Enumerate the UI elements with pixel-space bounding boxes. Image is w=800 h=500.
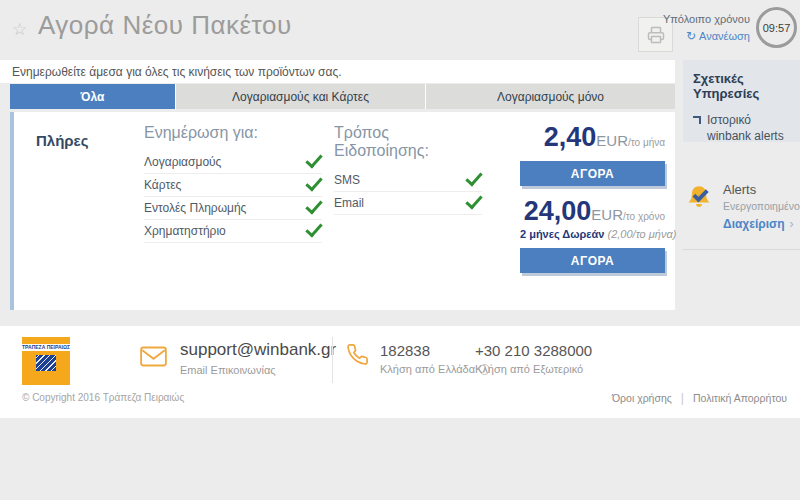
piraeus-bank-logo: ΤΡΑΠΕΖΑ ΠΕΙΡΑΙΩΣ	[22, 337, 70, 385]
monthly-period: /το μήνα	[628, 137, 665, 148]
printer-icon	[647, 26, 665, 44]
copyright-text: © Copyright 2016 Τράπεζα Πειραιώς	[22, 392, 184, 403]
updates-heading: Ενημέρωση για:	[144, 124, 322, 142]
terms-of-use-link[interactable]: Όροι χρήσης	[612, 392, 672, 404]
bank-logo-text: ΤΡΑΠΕΖΑ ΠΕΙΡΑΙΩΣ	[20, 344, 72, 351]
monthly-price: 2,40EUR/το μήνα	[520, 122, 665, 153]
manage-label: Διαχείριση	[723, 217, 785, 231]
buy-yearly-button[interactable]: ΑΓΟΡΑ	[520, 248, 665, 273]
email-address: support@winbank.gr	[180, 340, 336, 360]
promo-monthly-equivalent: (2,00/το μήνα)	[608, 228, 677, 240]
monthly-currency: EUR	[596, 132, 628, 149]
yearly-promo: 2 μήνες Δωρεάν (2,00/το μήνα)	[520, 228, 665, 240]
promo-free-months: 2 μήνες Δωρεάν	[520, 228, 604, 240]
yearly-period: /το χρόνο	[623, 211, 665, 222]
link-corner-icon	[693, 116, 701, 124]
check-icon	[465, 169, 482, 187]
notification-column: Τρόπος Ειδοποίησης: SMS Email	[334, 124, 482, 215]
winbank-package-purchase-page: ☆ Αγορά Νέου Πακέτου Υπόλοιπο χρόνου ↻Αν…	[0, 0, 800, 500]
session-info: Υπόλοιπο χρόνου ↻Ανανέωση	[663, 13, 750, 43]
alerts-text: Alerts Ενεργοποιημένο Διαχείριση›	[723, 182, 800, 231]
tab-all[interactable]: Όλα	[10, 84, 175, 109]
related-services-box: Σχετικές Υπηρεσίες Ιστορικό winbank aler…	[683, 60, 800, 142]
pricing-column: 2,40EUR/το μήνα ΑΓΟΡΑ 24,00EUR/το χρόνο …	[520, 122, 665, 277]
contact-phone-international: +30 210 3288000 Κλήση από Εξωτερικό	[475, 342, 592, 375]
related-item-label: Ιστορικό winbank alerts	[707, 113, 790, 144]
update-item-accounts: Λογαριασμούς	[144, 151, 322, 174]
phone-number-greece: 182838	[380, 342, 490, 359]
phone-icon	[346, 343, 369, 366]
package-filter-tabs: Όλα Λογαριασμούς και Κάρτες Λογαριασμούς…	[10, 84, 675, 109]
notification-item-label: Email	[334, 196, 364, 210]
footer: ΤΡΑΠΕΖΑ ΠΕΙΡΑΙΩΣ support@winbank.gr Emai…	[0, 326, 800, 418]
intro-bar: Ενημερωθείτε άμεσα για όλες τις κινήσεις…	[0, 60, 675, 83]
contact-email: support@winbank.gr Email Επικοινωνίας	[180, 340, 336, 376]
package-name: Πλήρες	[36, 132, 89, 149]
bank-logo-mark	[36, 355, 56, 371]
update-item-payment-orders: Εντολές Πληρωμής	[144, 197, 322, 220]
buy-monthly-button[interactable]: ΑΓΟΡΑ	[520, 161, 665, 186]
update-item-cards: Κάρτες	[144, 174, 322, 197]
check-icon	[305, 220, 322, 238]
notification-item-email: Email	[334, 192, 482, 215]
email-label: Email Επικοινωνίας	[180, 364, 336, 376]
notification-item-sms: SMS	[334, 169, 482, 192]
monthly-amount: 2,40	[544, 122, 597, 152]
alerts-status: Ενεργοποιημένο	[723, 200, 800, 212]
alerts-widget: Alerts Ενεργοποιημένο Διαχείριση›	[683, 182, 800, 231]
update-item-label: Εντολές Πληρωμής	[144, 201, 246, 215]
footer-divider	[332, 337, 333, 383]
check-icon	[305, 174, 322, 192]
tab-accounts-only[interactable]: Λογαριασμούς μόνο	[425, 84, 675, 109]
update-item-stock-market: Χρηματηστήριο	[144, 220, 322, 243]
chevron-right-icon: ›	[790, 217, 794, 231]
update-item-label: Χρηματηστήριο	[144, 224, 226, 238]
yearly-price: 24,00EUR/το χρόνο	[520, 196, 665, 227]
phone-number-international: +30 210 3288000	[475, 342, 592, 359]
intro-text: Ενημερωθείτε άμεσα για όλες τις κινήσεις…	[12, 65, 342, 79]
update-item-label: Λογαριασμούς	[144, 155, 221, 169]
legal-links: Όροι χρήσης | Πολιτική Απορρήτου	[612, 391, 787, 405]
check-icon	[465, 192, 482, 210]
refresh-label: Ανανέωση	[699, 30, 750, 42]
email-icon	[140, 346, 167, 367]
package-panel: Πλήρες Ενημέρωση για: Λογαριασμούς Κάρτε…	[10, 112, 675, 310]
phone-international-label: Κλήση από Εξωτερικό	[475, 363, 592, 375]
related-services-heading: Σχετικές Υπηρεσίες	[693, 71, 790, 101]
session-time-label: Υπόλοιπο χρόνου	[663, 13, 750, 25]
alerts-title: Alerts	[723, 182, 800, 197]
sidebar-item-winbank-alerts-history[interactable]: Ιστορικό winbank alerts	[693, 113, 790, 144]
page-title: Αγορά Νέου Πακέτου	[38, 10, 292, 41]
legal-links-separator: |	[681, 391, 684, 405]
notification-item-label: SMS	[334, 173, 360, 187]
contact-phone-greece: 182838 Κλήση από Ελλάδα i	[380, 342, 490, 375]
check-icon	[305, 151, 322, 169]
bell-icon	[683, 182, 715, 214]
refresh-icon: ↻	[686, 29, 696, 43]
privacy-policy-link[interactable]: Πολιτική Απορρήτου	[693, 392, 787, 404]
alerts-manage-link[interactable]: Διαχείριση›	[723, 217, 800, 231]
sidebar-divider	[683, 249, 800, 250]
update-item-label: Κάρτες	[144, 178, 181, 192]
tab-accounts-and-cards[interactable]: Λογαριασμούς και Κάρτες	[175, 84, 425, 109]
timer-value: 09:57	[763, 22, 791, 34]
updates-column: Ενημέρωση για: Λογαριασμούς Κάρτες Εντολ…	[144, 124, 322, 243]
favorite-star-icon[interactable]: ☆	[12, 19, 27, 40]
session-timer: 09:57	[756, 7, 797, 48]
notification-heading: Τρόπος Ειδοποίησης:	[334, 124, 482, 160]
phone-greece-label: Κλήση από Ελλάδα i	[380, 363, 490, 375]
yearly-amount: 24,00	[524, 196, 592, 226]
session-refresh-link[interactable]: ↻Ανανέωση	[663, 29, 750, 43]
check-icon	[305, 197, 322, 215]
yearly-currency: EUR	[591, 206, 623, 223]
